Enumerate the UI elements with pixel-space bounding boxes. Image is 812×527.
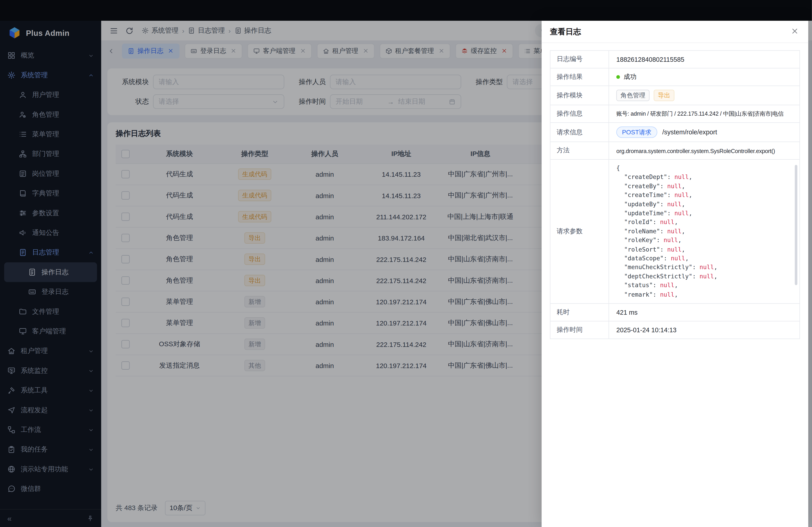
code-scrollbar[interactable] — [795, 165, 798, 285]
desc-label: 操作模块 — [550, 86, 609, 105]
desc-value-1: 成功 — [609, 68, 800, 86]
desc-row-操作信息: 操作信息账号: admin / 研发部门 / 222.175.114.242 /… — [550, 105, 800, 123]
desc-label: 操作信息 — [550, 105, 609, 123]
desc-row-操作模块: 操作模块角色管理导出 — [550, 86, 800, 105]
desc-label: 操作结果 — [550, 68, 609, 86]
desc-value-8: 2025-01-24 10:14:13 — [609, 321, 800, 339]
desc-row-方法: 方法org.dromara.system.controller.system.S… — [550, 142, 800, 160]
desc-value-7: 421 ms — [609, 304, 800, 321]
desc-value-4: POST请求/system/role/export — [609, 123, 800, 142]
desc-value-0: 1882612840802115585 — [609, 50, 800, 68]
desc-row-操作结果: 操作结果成功 — [550, 68, 800, 86]
desc-label: 请求参数 — [550, 160, 609, 303]
drawer-body: 日志编号1882612840802115585操作结果成功操作模块角色管理导出操… — [541, 43, 808, 346]
desc-label: 操作时间 — [550, 321, 609, 339]
desc-row-日志编号: 日志编号1882612840802115585 — [550, 50, 800, 68]
desc-label: 请求信息 — [550, 123, 609, 142]
module-tag: 角色管理 — [616, 90, 649, 101]
desc-row-操作时间: 操作时间2025-01-24 10:14:13 — [550, 321, 800, 339]
module-tag: 导出 — [654, 90, 675, 101]
log-descriptions-table: 日志编号1882612840802115585操作结果成功操作模块角色管理导出操… — [550, 50, 800, 339]
close-icon — [791, 27, 799, 35]
desc-row-耗时: 耗时421 ms — [550, 304, 800, 321]
desc-value-3: 账号: admin / 研发部门 / 222.175.114.242 / 中国|… — [609, 105, 800, 123]
log-detail-drawer: 查看日志 日志编号1882612840802115585操作结果成功操作模块角色… — [541, 21, 808, 527]
desc-row-请求信息: 请求信息POST请求/system/role/export — [550, 123, 800, 142]
desc-value-5: org.dromara.system.controller.system.Sys… — [609, 142, 800, 160]
desc-label: 耗时 — [550, 304, 609, 321]
drawer-close-button[interactable] — [791, 27, 800, 36]
desc-label: 方法 — [550, 142, 609, 160]
app-root: Plus Admin 概览 系统管理 用户管理 角色管理 菜单管理 部门管理 岗… — [0, 0, 812, 527]
drawer-header: 查看日志 — [541, 21, 808, 43]
drawer-title: 查看日志 — [550, 27, 581, 36]
http-method-tag: POST请求 — [616, 126, 657, 138]
success-dot — [616, 75, 620, 79]
request-url: /system/role/export — [662, 129, 717, 136]
desc-row-请求参数: 请求参数 {"createDept": null,"createBy": nul… — [550, 160, 800, 303]
request-params-code[interactable]: {"createDept": null,"createBy": null,"cr… — [616, 164, 799, 299]
request-params-cell: {"createDept": null,"createBy": null,"cr… — [609, 160, 800, 303]
desc-value-2: 角色管理导出 — [609, 86, 800, 105]
desc-label: 日志编号 — [550, 50, 609, 68]
